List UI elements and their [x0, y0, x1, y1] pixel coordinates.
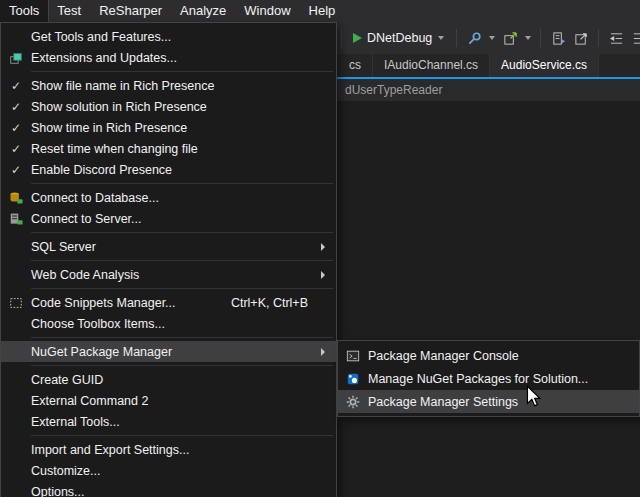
tools-menu-item-external-tools[interactable]: External Tools... — [1, 411, 336, 432]
box-arrow-icon[interactable] — [572, 28, 590, 48]
export-box-icon[interactable] — [501, 28, 519, 48]
play-icon — [353, 33, 362, 43]
tools-menu: Get Tools and Features...Extensions and … — [0, 22, 337, 497]
menu-item-label: Package Manager Settings — [368, 395, 518, 409]
tools-menu-separator — [31, 365, 333, 366]
server-icon — [1, 212, 31, 226]
menu-item-label: Get Tools and Features... — [31, 30, 171, 44]
tools-menu-item-choose-toolbox-items[interactable]: Choose Toolbox Items... — [1, 313, 336, 334]
chevron-down-icon[interactable] — [489, 36, 495, 40]
console-icon — [338, 349, 368, 363]
toolbar-separator — [598, 29, 599, 47]
tools-menu-item-enable-discord-presence[interactable]: ✓Enable Discord Presence — [1, 159, 336, 180]
menu-item-label: Import and Export Settings... — [31, 443, 189, 457]
toolbar-separator — [456, 29, 457, 47]
submenu-arrow-icon — [321, 348, 325, 356]
checkmark-icon: ✓ — [1, 142, 31, 156]
snippets-icon — [1, 296, 31, 310]
menubar-item-help[interactable]: Help — [300, 0, 345, 22]
tools-menu-item-customize[interactable]: Customize... — [1, 460, 336, 481]
menu-item-label: Extensions and Updates... — [31, 51, 177, 65]
tools-menu-item-options[interactable]: Options... — [1, 481, 336, 497]
tools-menu-item-connect-to-server[interactable]: Connect to Server... — [1, 208, 336, 229]
tabs: csIAudioChannel.csAudioService.cs — [338, 54, 599, 77]
nuget-submenu-item-package-manager-console[interactable]: Package Manager Console — [338, 344, 639, 367]
menu-item-label: Connect to Database... — [31, 191, 159, 205]
toolbar-icon-group — [465, 28, 640, 48]
menubar-item-resharper[interactable]: ReSharper — [90, 0, 171, 22]
menu-item-label: Create GUID — [31, 373, 103, 387]
tools-menu-item-show-time-in-rich-presence[interactable]: ✓Show time in Rich Presence — [1, 117, 336, 138]
menu-item-label: External Tools... — [31, 415, 120, 429]
tab-iaudiochannel-cs[interactable]: IAudioChannel.cs — [373, 54, 490, 77]
database-icon — [1, 191, 31, 205]
tools-menu-item-get-tools-and-features[interactable]: Get Tools and Features... — [1, 26, 336, 47]
gear-icon — [338, 395, 368, 409]
indent-left-icon[interactable] — [607, 28, 625, 48]
tools-menu-separator — [31, 260, 333, 261]
menu-item-label: Customize... — [31, 464, 100, 478]
menu-item-label: Code Snippets Manager... — [31, 296, 176, 310]
menubar-item-analyze[interactable]: Analyze — [171, 0, 235, 22]
checkmark-icon: ✓ — [1, 79, 31, 93]
menu-item-label: SQL Server — [31, 240, 96, 254]
breadcrumb[interactable]: dUserTypeReader — [345, 79, 442, 101]
tools-menu-item-show-file-name-in-rich-presence[interactable]: ✓Show file name in Rich Presence — [1, 75, 336, 96]
tools-menu-item-web-code-analysis[interactable]: Web Code Analysis — [1, 264, 336, 285]
toolbar-separator — [341, 29, 342, 47]
menu-item-label: NuGet Package Manager — [31, 345, 172, 359]
menubar-item-test[interactable]: Test — [48, 0, 90, 22]
menu-item-label: External Command 2 — [31, 394, 148, 408]
menubar: ToolsTestReSharperAnalyzeWindowHelp — [0, 0, 640, 22]
nuget-submenu-item-package-manager-settings[interactable]: Package Manager Settings — [338, 390, 639, 413]
checkmark-icon: ✓ — [1, 100, 31, 114]
toolbar-content: DNetDebug — [338, 22, 640, 54]
start-debug-button[interactable]: DNetDebug — [350, 29, 448, 47]
menu-item-shortcut: Ctrl+K, Ctrl+B — [231, 296, 330, 310]
tools-menu-item-connect-to-database[interactable]: Connect to Database... — [1, 187, 336, 208]
menu-item-label: Choose Toolbox Items... — [31, 317, 165, 331]
toolbar-separator — [540, 29, 541, 47]
doc-arrow-icon[interactable] — [549, 28, 567, 48]
indent-right-icon[interactable] — [630, 28, 640, 48]
tools-menu-item-import-and-export-settings[interactable]: Import and Export Settings... — [1, 439, 336, 460]
submenu-arrow-icon — [321, 243, 325, 251]
submenu-arrow-icon — [321, 271, 325, 279]
tab-cs[interactable]: cs — [338, 54, 373, 77]
menu-item-label: Reset time when changing file — [31, 142, 198, 156]
tools-menu-separator — [31, 183, 333, 184]
tools-menu-item-reset-time-when-changing-file[interactable]: ✓Reset time when changing file — [1, 138, 336, 159]
menu-item-label: Connect to Server... — [31, 212, 141, 226]
tools-menu-separator — [31, 435, 333, 436]
tab-audioservice-cs[interactable]: AudioService.cs — [490, 54, 599, 77]
menubar-item-tools[interactable]: Tools — [0, 0, 48, 22]
menu-item-label: Show file name in Rich Presence — [31, 79, 214, 93]
tools-menu-separator — [31, 288, 333, 289]
chevron-down-icon[interactable] — [525, 36, 531, 40]
magnifier-icon[interactable] — [465, 28, 483, 48]
tools-menu-item-show-solution-in-rich-presence[interactable]: ✓Show solution in Rich Presence — [1, 96, 336, 117]
menu-item-label: Show time in Rich Presence — [31, 121, 187, 135]
tools-menu-item-create-guid[interactable]: Create GUID — [1, 369, 336, 390]
package-icon — [338, 372, 368, 386]
nuget-submenu-item-manage-nuget-packages-for-solution[interactable]: Manage NuGet Packages for Solution... — [338, 367, 639, 390]
chevron-down-icon[interactable] — [438, 36, 444, 40]
checkmark-icon: ✓ — [1, 121, 31, 135]
tools-menu-item-external-command-2[interactable]: External Command 2 — [1, 390, 336, 411]
menubar-item-window[interactable]: Window — [235, 0, 299, 22]
menu-item-label: Show solution in Rich Presence — [31, 100, 207, 114]
tools-menu-item-nuget-package-manager[interactable]: NuGet Package Manager — [1, 341, 336, 362]
tools-menu-item-sql-server[interactable]: SQL Server — [1, 236, 336, 257]
tools-menu-item-code-snippets-manager[interactable]: Code Snippets Manager...Ctrl+K, Ctrl+B — [1, 292, 336, 313]
tools-menu-item-extensions-and-updates[interactable]: Extensions and Updates... — [1, 47, 336, 68]
tools-menu-separator — [31, 337, 333, 338]
menu-item-label: Manage NuGet Packages for Solution... — [368, 372, 588, 386]
nuget-package-manager-submenu: Package Manager ConsoleManage NuGet Pack… — [337, 340, 640, 417]
menu-item-label: Options... — [31, 485, 85, 497]
checkmark-icon: ✓ — [1, 163, 31, 177]
tools-menu-separator — [31, 232, 333, 233]
menu-item-label: Web Code Analysis — [31, 268, 139, 282]
debug-target-label: DNetDebug — [367, 31, 432, 45]
tools-menu-separator — [31, 71, 333, 72]
menu-item-label: Package Manager Console — [368, 349, 519, 363]
